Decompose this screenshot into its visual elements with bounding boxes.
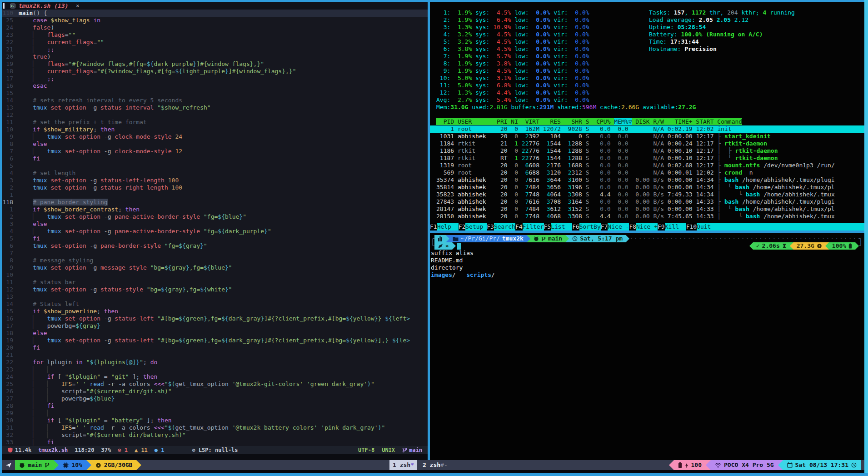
code-line: 21: [2, 351, 428, 359]
fkey-label[interactable]: SortBy: [579, 223, 601, 230]
tab-close-icon[interactable]: ✕: [76, 2, 80, 10]
process-row[interactable]: 1 root 20 0 162M 12072 9028 S 0.0 0.0 N/…: [430, 125, 864, 133]
process-row[interactable]: 27843 abhishek 20 0 7616 3708 3164 S 0.0…: [430, 198, 864, 205]
tmux-ram-segment: 2GB/30GB: [91, 460, 137, 470]
prompt-line-2[interactable]: ╰ » ✓ 2.06s 27.3G 100%: [431, 242, 863, 250]
process-row[interactable]: 1031 abhishek 20 0 2392 104 0 S 0.0 0.0 …: [430, 133, 864, 140]
prompt-frame-top-right: ╮: [859, 235, 863, 242]
prompt-frame-bottom-right: ╯: [859, 242, 863, 250]
code-line: 1: [2, 191, 428, 199]
code-line: 14 # Status left: [2, 301, 428, 308]
code-line: 12 tmux set-option -g status-style "bg=$…: [2, 286, 428, 293]
prompt-git-segment: main: [530, 235, 565, 242]
code-line: 31 ▏ ▏ IFS=' ' read -r -a colors <<<"$(g…: [2, 424, 428, 431]
prompt-git-branch: main: [548, 235, 562, 242]
cpu-meters: 1: 1.9% sys: 4.5% low: 0.0% vir: 0.0% 2:…: [430, 9, 864, 104]
code-line: 2 tmux set-option -g status-right-length…: [2, 184, 428, 191]
window-border-bottom: [0, 473, 868, 476]
fkey-label[interactable]: Help: [437, 223, 459, 230]
code-line: 118 # pane border styling: [2, 199, 428, 206]
bottom-filler: [2, 470, 864, 473]
lightning-icon: [685, 462, 688, 468]
code-line: 24 false): [2, 24, 428, 31]
process-row[interactable]: 28147 abhishek 20 0 7484 3612 3152 S 0.0…: [430, 205, 864, 213]
fkey-f5-button[interactable]: F5: [544, 223, 551, 230]
fkey-f2-button[interactable]: F2: [459, 223, 466, 230]
fkey-label[interactable]: List: [551, 223, 572, 230]
terminal-dir-list: images/ scripts/: [431, 271, 863, 279]
fkey-label[interactable]: Nice -: [608, 223, 629, 230]
code-line: 13: [2, 293, 428, 301]
code-line: 15: [2, 90, 428, 97]
code-line: 20 true): [2, 53, 428, 60]
fkey-f6-button[interactable]: F6: [572, 223, 579, 230]
fkey-f4-button[interactable]: F4: [515, 223, 523, 230]
statusline-lsp: ⚙ LSP: null-ls: [2, 446, 428, 454]
check-icon: ✓: [756, 242, 760, 250]
fkey-f9-button[interactable]: F9: [658, 223, 665, 230]
process-table-header[interactable]: PID USER PRI NI VIRT RES SHR S CPU% MEM%…: [430, 118, 864, 125]
terminal-cursor: [457, 243, 461, 250]
fkey-label[interactable]: Nice +: [636, 223, 658, 230]
fkey-f1-button[interactable]: F1: [430, 223, 437, 230]
os-icon: [438, 236, 443, 241]
system-info: Tasks: 157, 1172 thr, 204 kthr; 4 runnin…: [649, 9, 795, 53]
prompt-os-segment: [434, 235, 446, 242]
fkey-f8-button[interactable]: F8: [629, 223, 636, 230]
wifi-icon: [715, 462, 721, 468]
htop-function-keys: F1Help F2Setup F3SearchF4FilterF5List F6…: [430, 223, 864, 230]
code-line: 22 for lplugin in "${lplugins[@]}"; do: [2, 359, 428, 366]
code-line: 11 # set the prefix + t time format: [2, 119, 428, 126]
process-row[interactable]: 1186 rtkit 20 0 22776 1544 1288 S 0.0 0.…: [430, 147, 864, 155]
fkey-label[interactable]: Filter: [523, 223, 544, 230]
system-info-line: Uptime: 05:28:54: [649, 24, 795, 31]
code-buffer[interactable]: 110main() {25 case $show_flags in24 fals…: [2, 10, 428, 446]
prompt-exec-time-segment: ✓ 2.06s: [753, 242, 790, 250]
code-line: 10: [2, 271, 428, 279]
tmux-session-name: main: [28, 461, 42, 469]
process-row[interactable]: 35374 abhishek 20 0 7616 3644 3100 S 0.0…: [430, 176, 864, 184]
rocket-icon: [438, 243, 443, 249]
fkey-f3-button[interactable]: F3: [487, 223, 494, 230]
process-row[interactable]: 35814 abhishek 20 0 7484 3656 3196 S 0.0…: [430, 184, 864, 191]
process-row[interactable]: 28150 abhishek 20 0 7748 4068 3308 S 4.4…: [430, 213, 864, 220]
tmux-prefix-indicator: [2, 460, 15, 470]
tmux-cpu-value: 10%: [71, 461, 82, 469]
code-line: 5: [2, 162, 428, 170]
process-row[interactable]: 1319 root 20 0 6608 2176 1688 S 0.0 0.0 …: [430, 162, 864, 169]
cpu-meter-row: 6: 3.8% sys: 4.5% low: 0.0% vir: 0.0%: [430, 45, 864, 53]
fkey-label[interactable]: Search: [494, 223, 515, 230]
process-row[interactable]: 1187 rtkit RT 1 22776 1544 1288 S 0.0 0.…: [430, 155, 864, 162]
cpu-meter-row: 9: 1.9% sys: 4.5% low: 0.0% vir: 0.0%: [430, 67, 864, 75]
tmux-network-name: POCO X4 Pro 5G: [724, 461, 774, 469]
tmux-window-1[interactable]: 1 zsh*: [389, 460, 417, 470]
process-row[interactable]: 1184 rtkit 21 1 22776 1544 1288 S 0.0 0.…: [430, 140, 864, 147]
code-line: 14 # sets refresh interval to every 5 se…: [2, 97, 428, 104]
fkey-label[interactable]: Kill: [665, 223, 686, 230]
fkey-label[interactable]: Setup: [465, 223, 487, 230]
fkey-label[interactable]: Quit: [697, 223, 718, 230]
editor-tab[interactable]: tmux2k.sh (13) ✕: [5, 2, 85, 10]
paper-plane-icon: [5, 462, 12, 468]
tmux-window-2[interactable]: 2 zsh#-: [423, 461, 448, 469]
code-line: 20 fi: [2, 344, 428, 351]
code-line: 24 ▏ if [ "$lplugin" = "git" ]; then: [2, 373, 428, 381]
file-type-icon: [10, 3, 15, 9]
code-line: 25 ▏ ▏ IFS=' ' read -r -a colors <<<"$(g…: [2, 381, 428, 388]
prompt-disk-segment: 27.3G: [793, 242, 825, 250]
editor-pane[interactable]: tmux2k.sh (13) ✕ 110main() {25 case $sho…: [2, 2, 428, 460]
cpu-meter-row: 1: 1.9% sys: 4.5% low: 0.0% vir: 0.0%: [430, 9, 864, 16]
terminal-output-line: suffix alias: [431, 250, 863, 257]
system-monitor-pane[interactable]: 1: 1.9% sys: 4.5% low: 0.0% vir: 0.0% 2:…: [430, 2, 864, 230]
fkey-f7-button[interactable]: F7: [601, 223, 608, 230]
cpu-meter-row: 7: 1.9% sys: 5.7% low: 0.0% vir: 0.0%: [430, 53, 864, 60]
prompt-filler-dots: ········································…: [629, 235, 859, 242]
fkey-f10-button[interactable]: F10: [686, 223, 697, 230]
process-row[interactable]: 569 root 20 0 6688 3120 2312 S 0.0 0.0 N…: [430, 169, 864, 176]
process-row[interactable]: 35823 abhishek 20 0 7748 4064 3308 S 4.4…: [430, 191, 864, 198]
terminal-pane[interactable]: ╭ ~/Pr/Gi/Pr/tmux2k main Sat, 5:17 pm ··…: [430, 233, 864, 460]
code-line: 8 else: [2, 140, 428, 148]
code-line: 19 ▏ flags="#{?window_flags,#[fg=${dark_…: [2, 60, 428, 68]
terminal-output: suffix aliasREADME.mddirectoryimages/ sc…: [431, 250, 863, 279]
code-line: 17 ▏ powerbg=${gray}: [2, 322, 428, 330]
